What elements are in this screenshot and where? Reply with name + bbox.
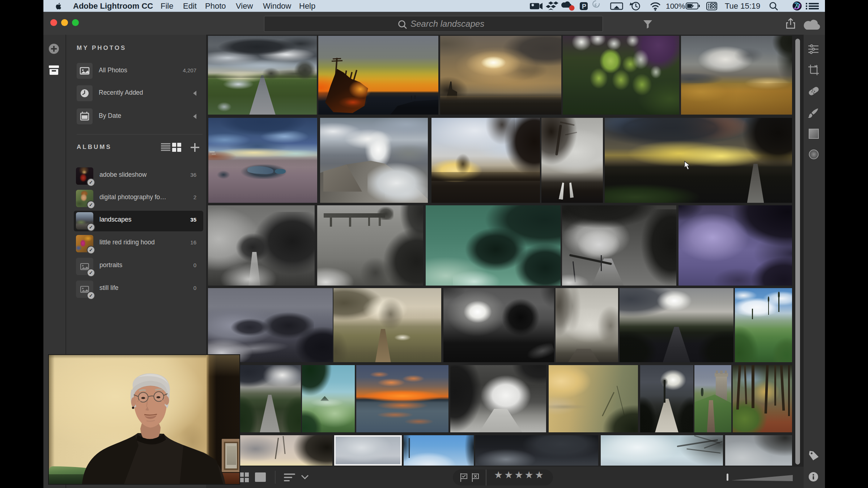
svg-text:P: P [582, 3, 586, 10]
svg-text:Tue 15:19: Tue 15:19 [725, 1, 760, 10]
svg-text:100%: 100% [666, 2, 685, 10]
